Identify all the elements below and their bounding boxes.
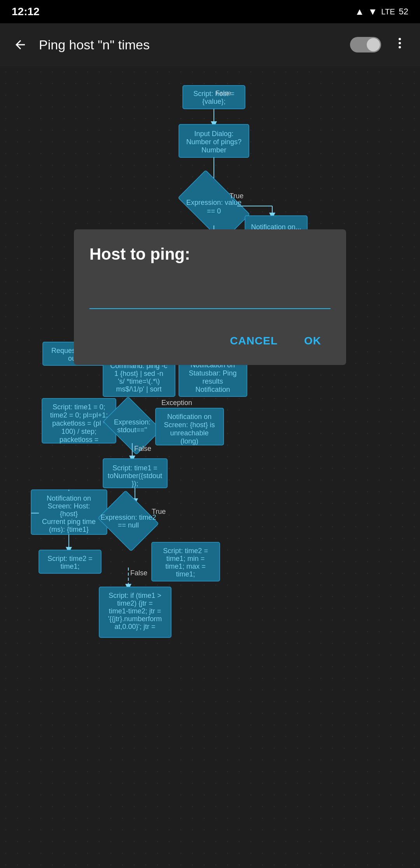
svg-text:Expression: time2: Expression: time2 [100,513,156,521]
svg-text:});: }); [131,480,138,487]
svg-text:time1; min =: time1; min = [166,555,205,562]
svg-text:toNumber({stdout: toNumber({stdout [108,472,162,480]
svg-text:Screen: {host} is: Screen: {host} is [164,421,215,429]
svg-point-2 [399,46,401,48]
svg-text:{host}: {host} [60,510,78,518]
svg-text:Number: Number [201,146,226,154]
svg-point-1 [399,42,401,44]
svg-text:packetloss =: packetloss = [60,436,99,444]
svg-text:Script: time2 =: Script: time2 = [163,547,208,555]
svg-text:Script: time1 = 0;: Script: time1 = 0; [52,403,105,411]
svg-text:time1;: time1; [176,570,195,578]
status-time: 12:12 [12,5,40,18]
flowchart-svg: .fn { fill: #1a6b8a; stroke: #2a9dcc; st… [0,66,420,868]
svg-text:Number of pings?: Number of pings? [186,138,242,146]
svg-text:False: False [130,569,147,577]
signal-icon: ▲ [355,6,364,17]
svg-text:Notification on: Notification on [47,494,91,502]
svg-text:unreachable: unreachable [170,429,208,437]
app-bar: Ping host "n" times [0,23,420,66]
svg-text:ms$/\1/p' | sort: ms$/\1/p' | sort [116,385,161,393]
svg-text:False: False [134,445,151,452]
svg-text:(ms): {time1}: (ms): {time1} [49,526,89,533]
svg-text:'s/ *time=\(.*\): 's/ *time=\(.*\) [118,377,160,385]
svg-text:== null: == null [118,521,139,529]
cancel-button[interactable]: CANCEL [220,328,287,353]
svg-text:Notification on: Notification on [167,413,212,421]
svg-text:Script: time1 =: Script: time1 = [112,464,158,472]
wifi-icon: ▼ [368,6,378,17]
svg-text:Exception: Exception [161,399,192,407]
dialog-input-container[interactable] [89,287,331,309]
svg-text:'{{jtr}.numberform: '{{jtr}.numberform [108,615,162,623]
svg-text:100) / step;: 100) / step; [61,428,96,435]
svg-text:time1;: time1; [60,562,79,570]
lte-icon: LTE [381,7,395,16]
dialog-title: Host to ping: [89,245,331,264]
dialog-buttons: CANCEL OK [89,328,331,353]
svg-text:time2) {jtr =: time2) {jtr = [117,599,153,607]
svg-text:Script: time2 =: Script: time2 = [47,555,93,562]
svg-text:True: True [152,508,166,515]
svg-text:{value};: {value}; [202,98,226,105]
svg-text:Expression:: Expression: [114,418,150,426]
status-icons: ▲ ▼ LTE 52 [355,6,408,17]
svg-text:Script: if (time1 >: Script: if (time1 > [108,592,161,599]
svg-text:1 {host} | sed -n: 1 {host} | sed -n [114,370,163,377]
dialog: Host to ping: CANCEL OK [74,229,346,365]
battery-level: 52 [399,7,408,17]
status-bar: 12:12 ▲ ▼ LTE 52 [0,0,420,23]
svg-text:False: False [216,90,231,96]
ok-button[interactable]: OK [295,328,331,353]
toggle-switch[interactable] [350,37,381,52]
svg-point-0 [399,38,401,40]
svg-text:stdout=='': stdout=='' [117,426,147,434]
svg-text:time2 = 0; pl=pl+1;: time2 = 0; pl=pl+1; [50,411,108,419]
svg-text:Screen: Host:: Screen: Host: [47,502,90,510]
svg-text:results: results [202,377,223,385]
svg-text:packetloss = (pl *: packetloss = (pl * [52,419,106,427]
svg-text:True: True [229,192,243,200]
svg-text:(long): (long) [180,437,198,445]
svg-text:time1-time2; jtr =: time1-time2; jtr = [109,607,161,615]
host-input[interactable] [93,287,331,308]
more-options-button[interactable] [389,32,411,58]
back-button[interactable] [9,34,31,56]
page-title: Ping host "n" times [39,37,342,52]
svg-text:time1; max =: time1; max = [165,562,206,570]
svg-text:Notification: Notification [195,386,230,393]
svg-text:at,0.00}'; jtr =: at,0.00}'; jtr = [114,623,155,630]
svg-text:Statusbar: Ping: Statusbar: Ping [189,369,236,377]
svg-text:Current ping time: Current ping time [42,518,96,526]
svg-text:== 0: == 0 [207,207,221,215]
flowchart-area: .fn { fill: #1a6b8a; stroke: #2a9dcc; st… [0,66,420,868]
svg-text:Input Dialog:: Input Dialog: [194,130,233,138]
